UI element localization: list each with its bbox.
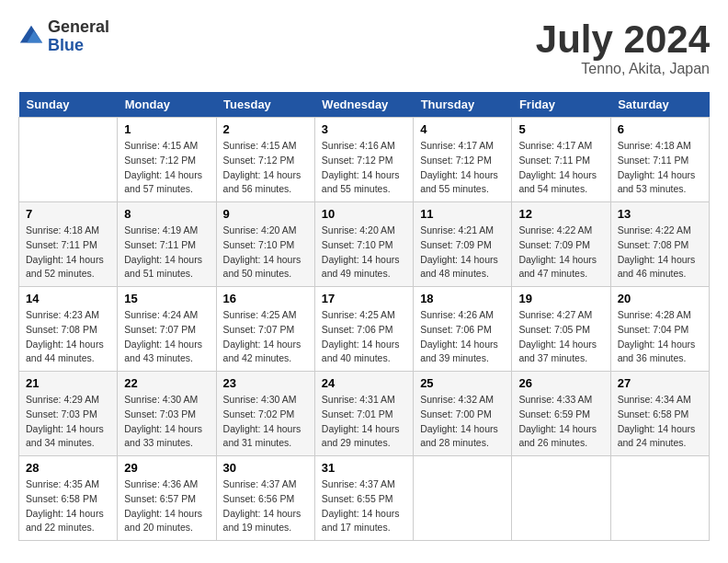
day-info: Sunrise: 4:17 AMSunset: 7:11 PMDaylight:… bbox=[518, 139, 603, 197]
header-row: SundayMondayTuesdayWednesdayThursdayFrid… bbox=[19, 92, 710, 118]
logo: General Blue bbox=[18, 18, 109, 55]
calendar-cell: 7Sunrise: 4:18 AMSunset: 7:11 PMDaylight… bbox=[19, 202, 118, 287]
day-number: 24 bbox=[322, 376, 406, 390]
title-area: July 2024 Tenno, Akita, Japan bbox=[536, 18, 710, 77]
day-number: 15 bbox=[124, 292, 209, 305]
calendar-cell: 17Sunrise: 4:25 AMSunset: 7:06 PMDayligh… bbox=[314, 287, 413, 372]
week-row: 14Sunrise: 4:23 AMSunset: 7:08 PMDayligh… bbox=[19, 287, 710, 372]
day-number: 14 bbox=[26, 292, 110, 305]
day-info: Sunrise: 4:18 AMSunset: 7:11 PMDaylight:… bbox=[26, 224, 110, 282]
day-info: Sunrise: 4:16 AMSunset: 7:12 PMDaylight:… bbox=[322, 139, 406, 197]
day-info: Sunrise: 4:17 AMSunset: 7:12 PMDaylight:… bbox=[420, 139, 505, 197]
calendar-cell: 26Sunrise: 4:33 AMSunset: 6:59 PMDayligh… bbox=[512, 372, 610, 456]
calendar-cell: 6Sunrise: 4:18 AMSunset: 7:11 PMDaylight… bbox=[610, 118, 709, 202]
day-info: Sunrise: 4:22 AMSunset: 7:08 PMDaylight:… bbox=[618, 224, 702, 282]
day-number: 17 bbox=[322, 292, 406, 305]
calendar-cell: 1Sunrise: 4:15 AMSunset: 7:12 PMDaylight… bbox=[118, 118, 216, 202]
day-info: Sunrise: 4:31 AMSunset: 7:01 PMDaylight:… bbox=[322, 393, 406, 451]
week-row: 1Sunrise: 4:15 AMSunset: 7:12 PMDaylight… bbox=[19, 118, 710, 202]
calendar-cell: 9Sunrise: 4:20 AMSunset: 7:10 PMDaylight… bbox=[216, 202, 314, 287]
calendar-cell bbox=[414, 456, 512, 541]
day-info: Sunrise: 4:35 AMSunset: 6:58 PMDaylight:… bbox=[26, 477, 110, 535]
calendar-cell: 10Sunrise: 4:20 AMSunset: 7:10 PMDayligh… bbox=[314, 202, 413, 287]
day-number: 12 bbox=[518, 207, 603, 221]
logo-icon bbox=[18, 24, 44, 50]
day-number: 23 bbox=[223, 376, 308, 390]
day-header: Wednesday bbox=[314, 92, 413, 118]
day-number: 25 bbox=[420, 376, 505, 390]
day-info: Sunrise: 4:36 AMSunset: 6:57 PMDaylight:… bbox=[124, 477, 209, 535]
day-info: Sunrise: 4:25 AMSunset: 7:06 PMDaylight:… bbox=[322, 308, 406, 366]
day-number: 18 bbox=[420, 292, 505, 305]
calendar-cell: 4Sunrise: 4:17 AMSunset: 7:12 PMDaylight… bbox=[414, 118, 512, 202]
calendar-table: SundayMondayTuesdayWednesdayThursdayFrid… bbox=[18, 92, 710, 541]
calendar-cell: 30Sunrise: 4:37 AMSunset: 6:56 PMDayligh… bbox=[216, 456, 314, 541]
logo-blue: Blue bbox=[48, 37, 109, 55]
day-info: Sunrise: 4:26 AMSunset: 7:06 PMDaylight:… bbox=[420, 308, 505, 366]
day-info: Sunrise: 4:37 AMSunset: 6:56 PMDaylight:… bbox=[223, 477, 308, 535]
calendar-cell bbox=[19, 118, 118, 202]
calendar-cell: 27Sunrise: 4:34 AMSunset: 6:58 PMDayligh… bbox=[610, 372, 709, 456]
logo-general: General bbox=[48, 18, 109, 37]
calendar-cell: 14Sunrise: 4:23 AMSunset: 7:08 PMDayligh… bbox=[19, 287, 118, 372]
day-number: 16 bbox=[223, 292, 308, 305]
day-number: 13 bbox=[618, 207, 702, 221]
day-info: Sunrise: 4:34 AMSunset: 6:58 PMDaylight:… bbox=[618, 393, 702, 451]
calendar-cell: 21Sunrise: 4:29 AMSunset: 7:03 PMDayligh… bbox=[19, 372, 118, 456]
day-info: Sunrise: 4:25 AMSunset: 7:07 PMDaylight:… bbox=[223, 308, 308, 366]
day-number: 11 bbox=[420, 207, 505, 221]
day-info: Sunrise: 4:20 AMSunset: 7:10 PMDaylight:… bbox=[322, 224, 406, 282]
calendar-cell: 31Sunrise: 4:37 AMSunset: 6:55 PMDayligh… bbox=[314, 456, 413, 541]
day-header: Monday bbox=[118, 92, 216, 118]
week-row: 28Sunrise: 4:35 AMSunset: 6:58 PMDayligh… bbox=[19, 456, 710, 541]
calendar-cell: 28Sunrise: 4:35 AMSunset: 6:58 PMDayligh… bbox=[19, 456, 118, 541]
day-info: Sunrise: 4:24 AMSunset: 7:07 PMDaylight:… bbox=[124, 308, 209, 366]
day-number: 10 bbox=[322, 207, 406, 221]
day-info: Sunrise: 4:37 AMSunset: 6:55 PMDaylight:… bbox=[322, 477, 406, 535]
day-header: Thursday bbox=[414, 92, 512, 118]
main-title: July 2024 bbox=[536, 18, 710, 61]
day-info: Sunrise: 4:18 AMSunset: 7:11 PMDaylight:… bbox=[618, 139, 702, 197]
calendar-cell: 24Sunrise: 4:31 AMSunset: 7:01 PMDayligh… bbox=[314, 372, 413, 456]
day-number: 2 bbox=[223, 122, 308, 136]
calendar-cell: 20Sunrise: 4:28 AMSunset: 7:04 PMDayligh… bbox=[610, 287, 709, 372]
day-info: Sunrise: 4:30 AMSunset: 7:02 PMDaylight:… bbox=[223, 393, 308, 451]
day-number: 22 bbox=[124, 376, 209, 390]
day-number: 21 bbox=[26, 376, 110, 390]
day-number: 29 bbox=[124, 461, 209, 475]
day-number: 1 bbox=[124, 122, 209, 136]
day-number: 28 bbox=[26, 461, 110, 475]
day-info: Sunrise: 4:30 AMSunset: 7:03 PMDaylight:… bbox=[124, 393, 209, 451]
day-info: Sunrise: 4:29 AMSunset: 7:03 PMDaylight:… bbox=[26, 393, 110, 451]
calendar-cell bbox=[610, 456, 709, 541]
calendar-cell: 3Sunrise: 4:16 AMSunset: 7:12 PMDaylight… bbox=[314, 118, 413, 202]
calendar-cell: 12Sunrise: 4:22 AMSunset: 7:09 PMDayligh… bbox=[512, 202, 610, 287]
day-info: Sunrise: 4:33 AMSunset: 6:59 PMDaylight:… bbox=[518, 393, 603, 451]
day-info: Sunrise: 4:21 AMSunset: 7:09 PMDaylight:… bbox=[420, 224, 505, 282]
calendar-cell bbox=[512, 456, 610, 541]
logo-text: General Blue bbox=[48, 18, 109, 55]
day-number: 4 bbox=[420, 122, 505, 136]
day-info: Sunrise: 4:23 AMSunset: 7:08 PMDaylight:… bbox=[26, 308, 110, 366]
day-number: 20 bbox=[618, 292, 702, 305]
day-number: 3 bbox=[322, 122, 406, 136]
day-header: Sunday bbox=[19, 92, 118, 118]
calendar-cell: 16Sunrise: 4:25 AMSunset: 7:07 PMDayligh… bbox=[216, 287, 314, 372]
day-info: Sunrise: 4:19 AMSunset: 7:11 PMDaylight:… bbox=[124, 224, 209, 282]
day-info: Sunrise: 4:27 AMSunset: 7:05 PMDaylight:… bbox=[518, 308, 603, 366]
calendar-cell: 19Sunrise: 4:27 AMSunset: 7:05 PMDayligh… bbox=[512, 287, 610, 372]
day-number: 5 bbox=[518, 122, 603, 136]
header: General Blue July 2024 Tenno, Akita, Jap… bbox=[18, 18, 710, 77]
calendar-cell: 23Sunrise: 4:30 AMSunset: 7:02 PMDayligh… bbox=[216, 372, 314, 456]
day-number: 27 bbox=[618, 376, 702, 390]
day-number: 19 bbox=[518, 292, 603, 305]
day-number: 26 bbox=[518, 376, 603, 390]
day-info: Sunrise: 4:15 AMSunset: 7:12 PMDaylight:… bbox=[124, 139, 209, 197]
calendar-cell: 5Sunrise: 4:17 AMSunset: 7:11 PMDaylight… bbox=[512, 118, 610, 202]
calendar-cell: 18Sunrise: 4:26 AMSunset: 7:06 PMDayligh… bbox=[414, 287, 512, 372]
calendar-cell: 25Sunrise: 4:32 AMSunset: 7:00 PMDayligh… bbox=[414, 372, 512, 456]
day-number: 9 bbox=[223, 207, 308, 221]
calendar-cell: 15Sunrise: 4:24 AMSunset: 7:07 PMDayligh… bbox=[118, 287, 216, 372]
day-number: 8 bbox=[124, 207, 209, 221]
calendar-cell: 2Sunrise: 4:15 AMSunset: 7:12 PMDaylight… bbox=[216, 118, 314, 202]
